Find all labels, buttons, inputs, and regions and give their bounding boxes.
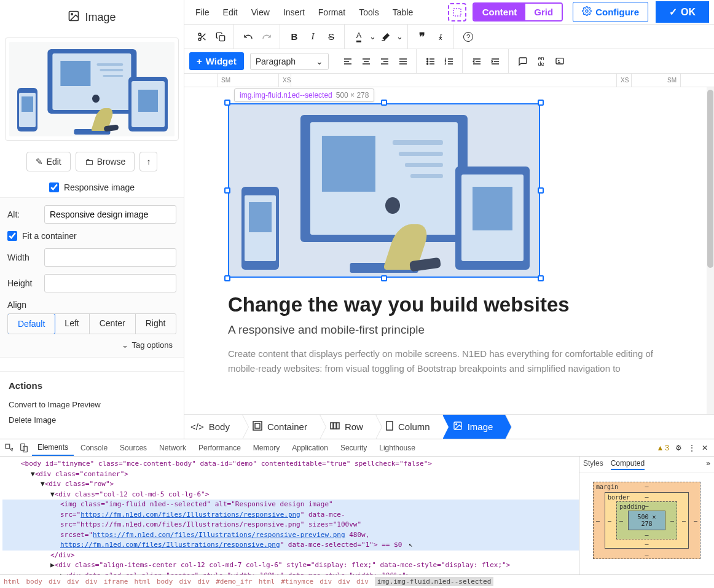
action-convert-preview[interactable]: Convert to Image Preview: [9, 397, 175, 412]
help-button[interactable]: ?: [459, 28, 477, 46]
dom-selected-element[interactable]: <img class="img-fluid n1ed--selected" al…: [2, 500, 579, 551]
dt-tab-memory[interactable]: Memory: [248, 441, 285, 455]
resize-handle[interactable]: [224, 187, 230, 194]
svg-rect-14: [556, 58, 563, 63]
resize-handle[interactable]: [381, 100, 387, 106]
crumb-column[interactable]: Column: [376, 415, 443, 439]
language-button[interactable]: ende: [532, 52, 551, 71]
configure-button[interactable]: Configure: [573, 2, 648, 22]
crumb-row[interactable]: Row: [320, 415, 376, 439]
computed-tab[interactable]: Computed: [611, 459, 645, 470]
clear-format-button[interactable]: I✕: [431, 28, 450, 46]
dom-tree[interactable]: <body id="tinymce" class="mce-content-bo…: [0, 457, 579, 574]
dt-tab-elements[interactable]: Elements: [32, 440, 74, 456]
bold-button[interactable]: B: [285, 28, 304, 46]
resize-handle[interactable]: [224, 275, 230, 281]
align-left[interactable]: Left: [55, 314, 89, 334]
comment-button[interactable]: [514, 52, 532, 71]
content-subheading[interactable]: A responsive and mobile-first principle: [228, 323, 670, 337]
italic-button[interactable]: I: [304, 28, 322, 46]
bullet-list-button[interactable]: [422, 52, 440, 71]
warnings-badge[interactable]: ▲3: [656, 444, 669, 452]
dt-tab-application[interactable]: Application: [286, 441, 334, 455]
content-heading[interactable]: Change the way you build websites: [228, 292, 670, 317]
cut-button[interactable]: [193, 28, 211, 46]
dt-more-icon[interactable]: ⋮: [688, 444, 696, 452]
menu-view[interactable]: View: [245, 4, 276, 21]
dt-tab-performance[interactable]: Performance: [193, 441, 246, 455]
ok-button[interactable]: ✓ OK: [656, 1, 709, 23]
menu-tools[interactable]: Tools: [353, 4, 385, 21]
crumb-code-view[interactable]: </>Body: [184, 415, 243, 439]
content-paragraph[interactable]: Create content that displays perfectly o…: [228, 347, 670, 376]
canvas-scrollbar[interactable]: [707, 87, 714, 414]
device-mode-button[interactable]: [17, 441, 31, 455]
dt-tab-network[interactable]: Network: [154, 441, 192, 455]
strikethrough-button[interactable]: S: [322, 28, 340, 46]
align-center-button[interactable]: [357, 52, 375, 71]
editor-canvas[interactable]: img.img-fluid.n1ed--selected 500 × 278: [184, 87, 714, 414]
fit-checkbox[interactable]: [7, 231, 17, 241]
box-model[interactable]: margin –––– border –––– padding –––– 500…: [593, 482, 700, 559]
align-left-button[interactable]: [339, 52, 357, 71]
resize-handle[interactable]: [224, 100, 230, 106]
styles-more-icon[interactable]: »: [706, 459, 710, 470]
resize-handle[interactable]: [538, 275, 544, 281]
dt-tab-console[interactable]: Console: [75, 441, 113, 455]
menu-file[interactable]: File: [189, 4, 216, 21]
indent-button[interactable]: [486, 52, 504, 71]
inspect-button[interactable]: [2, 441, 16, 455]
copy-button[interactable]: [211, 28, 230, 46]
tag-options-toggle[interactable]: ⌄ Tag options: [7, 334, 176, 350]
upload-button[interactable]: ↑: [139, 152, 157, 171]
highlight-dropdown[interactable]: ⌄: [395, 28, 404, 46]
resize-handle[interactable]: [538, 100, 544, 106]
mode-content[interactable]: Content: [474, 4, 526, 20]
outdent-button[interactable]: [468, 52, 486, 71]
align-justify-button[interactable]: [394, 52, 412, 71]
edit-button[interactable]: ✎Edit: [26, 152, 71, 171]
widget-button[interactable]: + Widget: [189, 52, 244, 70]
dt-tab-sources[interactable]: Sources: [114, 441, 152, 455]
svg-point-22: [455, 424, 457, 425]
resize-handle[interactable]: [381, 275, 387, 281]
menu-insert[interactable]: Insert: [277, 4, 311, 21]
styles-panel: Styles Computed » margin –––– border –––…: [579, 457, 714, 574]
menu-table[interactable]: Table: [386, 4, 419, 21]
spellcheck-button[interactable]: [551, 52, 569, 71]
align-default[interactable]: Default: [7, 313, 55, 334]
menu-edit[interactable]: Edit: [217, 4, 244, 21]
responsive-label: Responsive image: [64, 182, 135, 192]
highlight-button[interactable]: [377, 28, 395, 46]
text-color-dropdown[interactable]: ⌄: [368, 28, 377, 46]
mode-grid[interactable]: Grid: [525, 4, 562, 20]
dt-settings-icon[interactable]: ⚙: [675, 444, 682, 452]
action-delete-image[interactable]: Delete Image: [9, 412, 175, 428]
crumb-container[interactable]: Container: [243, 415, 320, 439]
width-input[interactable]: [44, 248, 176, 267]
dt-close-icon[interactable]: ✕: [702, 444, 708, 452]
dt-tab-security[interactable]: Security: [335, 441, 372, 455]
redo-button[interactable]: [257, 28, 276, 46]
block-format-select[interactable]: Paragraph ⌄: [250, 53, 329, 70]
blockquote-button[interactable]: ❞: [413, 28, 431, 46]
align-right[interactable]: Right: [136, 314, 176, 334]
number-list-button[interactable]: 123: [440, 52, 458, 71]
undo-button[interactable]: [239, 28, 257, 46]
browse-button[interactable]: 🗀Browse: [76, 152, 135, 171]
alt-input[interactable]: [44, 205, 176, 224]
dt-tab-lighthouse[interactable]: Lighthouse: [374, 441, 421, 455]
selected-image[interactable]: img.img-fluid.n1ed--selected 500 × 278: [228, 103, 540, 278]
responsive-checkbox[interactable]: [49, 182, 59, 192]
align-center[interactable]: Center: [90, 314, 136, 334]
align-right-button[interactable]: [375, 52, 394, 71]
styles-tab[interactable]: Styles: [583, 459, 603, 470]
resize-handle[interactable]: [538, 187, 544, 194]
height-input[interactable]: [44, 274, 176, 292]
menu-format[interactable]: Format: [312, 4, 351, 21]
svg-point-5: [198, 38, 201, 41]
crumb-image[interactable]: Image: [443, 415, 506, 439]
selection-mode-button[interactable]: [448, 3, 466, 22]
chevron-down-icon: ⌄: [122, 340, 128, 350]
text-color-button[interactable]: A: [350, 28, 368, 46]
